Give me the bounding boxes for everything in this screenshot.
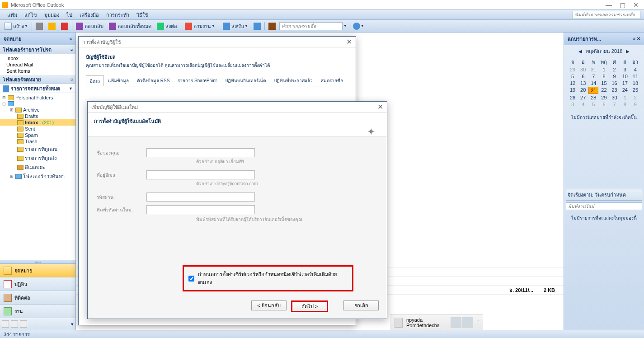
calendar-day[interactable]: 26 xyxy=(568,94,578,101)
searchbook-dropdown[interactable]: ▼ xyxy=(343,24,347,28)
nav-calendar[interactable]: ปฏิทิน xyxy=(0,277,75,291)
calendar-day[interactable]: 12 xyxy=(568,80,578,86)
help-search-input[interactable] xyxy=(573,11,640,19)
yourname-input[interactable] xyxy=(146,148,255,157)
calendar-day[interactable]: 14 xyxy=(588,80,598,86)
allfolders-row[interactable]: รายการจดหมายทั้งหมด▼ xyxy=(0,84,75,93)
minimize-button[interactable]: — xyxy=(602,1,615,9)
calendar-day[interactable]: 1 xyxy=(620,94,630,101)
favorites-header[interactable]: โฟลเดอร์รายการโปรด¤ xyxy=(0,45,75,54)
back-button[interactable]: < ย้อนกลับ xyxy=(251,300,287,310)
calendar-day[interactable]: 9 xyxy=(630,101,640,108)
folders-icon[interactable] xyxy=(11,320,18,328)
tree-account[interactable]: ⊟ xyxy=(0,101,75,107)
prev-month-button[interactable]: ◀ xyxy=(578,49,582,54)
calendar-day[interactable]: 25 xyxy=(630,87,640,94)
delete-button[interactable] xyxy=(59,22,70,31)
menu-view[interactable]: มุมมอง xyxy=(41,11,63,19)
password2-input[interactable] xyxy=(146,205,255,214)
menu-file[interactable]: แฟ้ม xyxy=(4,11,21,19)
calendar-day[interactable]: 2 xyxy=(630,94,640,101)
close-button[interactable]: ✕ xyxy=(630,1,642,9)
tree-trash[interactable]: Trash xyxy=(0,138,75,145)
reply-button[interactable]: ตอบกลับ xyxy=(74,21,105,31)
maximize-button[interactable]: ▢ xyxy=(616,1,629,9)
print-button[interactable] xyxy=(34,22,45,31)
dialog-close-button[interactable]: ✕ xyxy=(346,38,352,46)
calendar-day[interactable]: 30 xyxy=(578,66,588,73)
calendar-day[interactable]: 6 xyxy=(599,101,609,108)
calendar-day[interactable]: 22 xyxy=(599,87,609,94)
find-button[interactable] xyxy=(252,22,263,31)
tree-junk[interactable]: อีเมลขยะ xyxy=(0,163,75,172)
calendar-day[interactable]: 1 xyxy=(599,66,609,73)
tree-outbox[interactable]: รายการที่ถูกส่ง xyxy=(0,154,75,163)
calendar-day[interactable]: 21 xyxy=(588,87,598,94)
calendar-day[interactable]: 4 xyxy=(630,66,640,73)
move-button[interactable] xyxy=(47,22,57,31)
menu-edit[interactable]: แก้ไข xyxy=(21,11,41,19)
forward-button[interactable]: ส่งต่อ xyxy=(155,21,179,31)
password-input[interactable] xyxy=(146,192,255,202)
email-input[interactable] xyxy=(146,170,255,179)
help-button[interactable]: ▼ xyxy=(351,22,366,31)
new-button[interactable]: สร้าง▼ xyxy=(3,21,30,31)
tree-deleted[interactable]: รายการที่ถูกลบ xyxy=(0,145,75,154)
splitter[interactable]: ••••• xyxy=(0,260,75,263)
cancel-button[interactable]: ยกเลิก xyxy=(343,300,379,310)
calendar-day[interactable]: 5 xyxy=(588,101,598,108)
new-task-input[interactable] xyxy=(566,202,642,210)
followup-button[interactable]: ตามงาน▼ xyxy=(183,21,217,31)
menu-actions[interactable]: การกระทำ xyxy=(103,11,133,19)
fav-unread[interactable]: Unread Mail xyxy=(0,61,75,68)
calendar-day[interactable]: 27 xyxy=(578,94,588,101)
menu-go[interactable]: ไป xyxy=(63,11,76,19)
manual-config-checkbox[interactable] xyxy=(188,276,194,282)
calendar-day[interactable]: 31 xyxy=(588,66,598,73)
menu-tools[interactable]: เครื่องมือ xyxy=(76,11,103,19)
calendar-day[interactable]: 3 xyxy=(568,101,578,108)
menu-help[interactable]: วิธีใช้ xyxy=(133,11,151,19)
nav-tasks[interactable]: งาน xyxy=(0,305,75,318)
calendar-day[interactable]: 6 xyxy=(578,73,588,80)
next-button[interactable]: ถัดไป > xyxy=(291,300,328,312)
calendar-day[interactable]: 24 xyxy=(620,87,630,94)
calendar-day[interactable]: 30 xyxy=(610,94,620,101)
nav-config-button[interactable]: ▾ xyxy=(71,321,74,327)
calendar-day[interactable]: 9 xyxy=(610,73,620,80)
fav-inbox[interactable]: Inbox xyxy=(0,55,75,61)
calendar-day[interactable]: 4 xyxy=(578,101,588,108)
collapse-todo-button[interactable]: » ✕ xyxy=(633,36,640,41)
calendar-day[interactable]: 17 xyxy=(620,80,630,86)
sendrecv-button[interactable]: ส่ง/รับ▼ xyxy=(221,21,250,31)
tree-spam[interactable]: Spam xyxy=(0,132,75,138)
people-pane-toggle[interactable]: ˇ xyxy=(477,320,479,325)
calendar-day[interactable]: 18 xyxy=(630,80,640,86)
calendar-day[interactable]: 29 xyxy=(568,66,578,73)
replyall-button[interactable]: ตอบกลับทั้งหมด xyxy=(107,21,153,31)
calendar-day[interactable]: 8 xyxy=(620,101,630,108)
tree-inbox[interactable]: Inbox (201) xyxy=(0,119,75,126)
calendar-day[interactable]: 19 xyxy=(568,87,578,94)
calendar-day[interactable]: 15 xyxy=(599,80,609,86)
notes-icon[interactable] xyxy=(2,320,9,328)
calendar-day[interactable]: 16 xyxy=(610,80,620,86)
nav-contacts[interactable]: ที่ติดต่อ xyxy=(0,291,75,305)
tab-rss[interactable]: ตัวดึงข้อมูล RSS xyxy=(133,75,174,86)
calendar-day[interactable]: 3 xyxy=(620,66,630,73)
dialog-close-button[interactable]: ✕ xyxy=(377,103,383,111)
fav-sent[interactable]: Sent Items xyxy=(0,68,75,74)
next-month-button[interactable]: ▶ xyxy=(626,49,630,54)
tree-searchfolders[interactable]: ⊞โฟลเดอร์การค้นหา xyxy=(0,172,75,181)
calendar-day[interactable]: 5 xyxy=(568,73,578,80)
calendar-day[interactable]: 10 xyxy=(620,73,630,80)
calendar-day[interactable]: 7 xyxy=(610,101,620,108)
nav-mail[interactable]: จดหมาย xyxy=(0,264,75,277)
calendar-day[interactable]: 23 xyxy=(610,87,620,94)
tab-addressbooks[interactable]: สมุดรายชื่อ xyxy=(317,75,347,86)
tab-email[interactable]: อีเมล xyxy=(86,75,104,86)
tab-datafiles[interactable]: แฟ้มข้อมูล xyxy=(104,75,133,86)
tree-personal-folders[interactable]: ⊟Personal Folders xyxy=(0,94,75,101)
tree-sent[interactable]: Sent xyxy=(0,126,75,132)
calendar-day[interactable]: 7 xyxy=(588,73,598,80)
